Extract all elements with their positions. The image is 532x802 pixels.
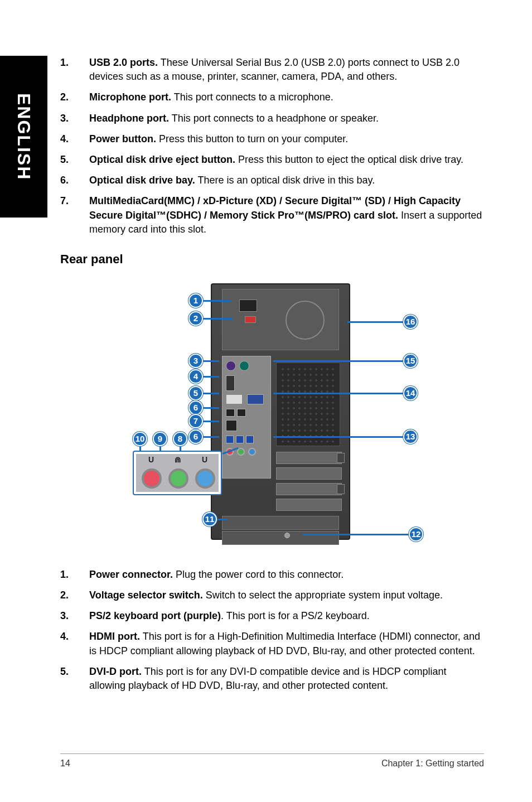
lineout-jack-large-icon bbox=[168, 468, 188, 489]
callout-1: 1 bbox=[188, 293, 203, 308]
lineout-jack-icon bbox=[237, 448, 245, 456]
list-item: 5.Optical disk drive eject button. Press… bbox=[60, 153, 484, 167]
bottom-slot-icon bbox=[222, 531, 339, 545]
callout-6: 6 bbox=[188, 400, 203, 415]
rear-panel-diagram: 1 2 3 4 5 6 7 6 10 9 8 U ⋒ bbox=[60, 278, 484, 545]
audio-zoom-inset: U ⋒ U bbox=[133, 451, 222, 495]
usb2-port-icon bbox=[226, 409, 235, 417]
lock-clip-icon bbox=[337, 453, 345, 463]
usb3-port-icon bbox=[226, 436, 234, 443]
ps2-mouse-icon bbox=[239, 361, 249, 371]
usb3-port-icon bbox=[236, 436, 244, 443]
callout-16: 16 bbox=[403, 315, 418, 329]
expansion-slot-icon bbox=[276, 452, 342, 464]
mic-jack-large-icon bbox=[142, 468, 162, 489]
list-item: 5.DVI-D port. This port is for any DVI-D… bbox=[60, 665, 484, 693]
list-item: 1.Power connector. Plug the power cord t… bbox=[60, 568, 484, 582]
rear-panel-list: 1.Power connector. Plug the power cord t… bbox=[60, 568, 484, 693]
list-item: 2.Microphone port. This port connects to… bbox=[60, 90, 484, 104]
callout-10: 10 bbox=[133, 432, 147, 446]
list-item: 2.Voltage selector switch. Switch to sel… bbox=[60, 588, 484, 602]
callout-4: 4 bbox=[188, 369, 203, 384]
list-item: 3.PS/2 keyboard port (purple). This port… bbox=[60, 609, 484, 623]
expansion-slot-icon bbox=[276, 467, 342, 480]
expansion-slot-icon bbox=[276, 499, 342, 511]
vga-port-icon bbox=[247, 394, 264, 404]
mic-glyph-icon: U bbox=[146, 455, 156, 465]
chassis-illustration bbox=[211, 283, 350, 540]
list-item: 7.MultiMediaCard(MMC) / xD-Picture (XD) … bbox=[60, 194, 484, 236]
screw-icon bbox=[284, 533, 290, 538]
page-number: 14 bbox=[60, 758, 70, 769]
hdmi-port-icon bbox=[226, 375, 235, 391]
dvi-port-icon bbox=[226, 394, 243, 404]
callout-3: 3 bbox=[188, 354, 203, 368]
list-item: 1.USB 2.0 ports. These Universal Serial … bbox=[60, 56, 484, 84]
vent-mesh-icon bbox=[276, 363, 340, 446]
language-tab: ENGLISH bbox=[0, 56, 47, 218]
page-footer: 14 Chapter 1: Getting started bbox=[60, 753, 484, 769]
chapter-label: Chapter 1: Getting started bbox=[381, 758, 484, 769]
linein-glyph-icon: U bbox=[200, 455, 210, 465]
headphone-glyph-icon: ⋒ bbox=[173, 455, 183, 465]
bottom-slot-icon bbox=[222, 516, 339, 530]
callout-7: 7 bbox=[188, 414, 203, 428]
psu-fan-icon bbox=[286, 301, 325, 340]
io-plate bbox=[222, 356, 271, 479]
usb3-port-icon bbox=[246, 436, 254, 443]
callout-6b: 6 bbox=[188, 429, 203, 444]
usb2-port-icon bbox=[237, 409, 246, 417]
callout-8: 8 bbox=[173, 432, 187, 446]
lock-clip-icon bbox=[337, 484, 345, 494]
callout-13: 13 bbox=[403, 429, 418, 444]
expansion-slot-icon bbox=[276, 483, 342, 495]
front-panel-list: 1.USB 2.0 ports. These Universal Serial … bbox=[60, 56, 484, 236]
voltage-switch-icon bbox=[245, 316, 256, 323]
lan-port-icon bbox=[226, 420, 237, 431]
list-item: 4.HDMI port. This port is for a High-Def… bbox=[60, 630, 484, 658]
list-item: 6.Optical disk drive bay. There is an op… bbox=[60, 173, 484, 187]
callout-11: 11 bbox=[202, 512, 217, 526]
ps2-keyboard-icon bbox=[226, 361, 236, 371]
linein-jack-large-icon bbox=[195, 468, 215, 489]
page-content: 1.USB 2.0 ports. These Universal Serial … bbox=[60, 56, 484, 699]
callout-9: 9 bbox=[153, 432, 167, 446]
list-item: 3.Headphone port. This port connects to … bbox=[60, 112, 484, 125]
callout-15: 15 bbox=[403, 354, 418, 368]
language-label: ENGLISH bbox=[13, 93, 34, 180]
power-socket-icon bbox=[239, 299, 257, 312]
callout-12: 12 bbox=[409, 527, 423, 542]
callout-2: 2 bbox=[188, 311, 203, 326]
callout-5: 5 bbox=[188, 386, 203, 400]
list-item: 4.Power button. Press this button to tur… bbox=[60, 132, 484, 146]
rear-panel-heading: Rear panel bbox=[60, 252, 484, 267]
callout-14: 14 bbox=[403, 386, 418, 400]
linein-jack-icon bbox=[248, 448, 256, 456]
